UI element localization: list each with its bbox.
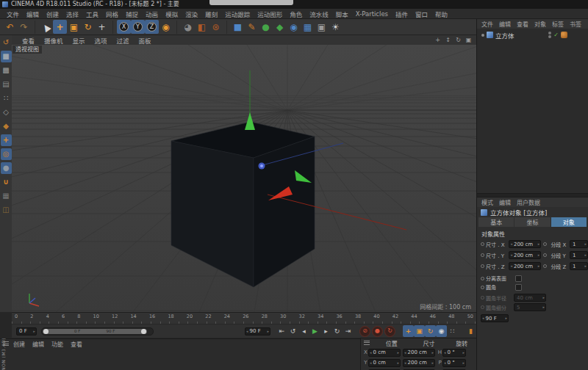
- menu-item[interactable]: 工具: [82, 10, 102, 18]
- rotation-p-field[interactable]: ◂0 °▸: [442, 359, 466, 367]
- viewport-menu-item[interactable]: 查看: [22, 36, 35, 45]
- autokey-button[interactable]: ●: [372, 326, 383, 337]
- segments-y-field[interactable]: 1▸: [570, 251, 588, 259]
- cube-left-face[interactable]: [171, 141, 254, 287]
- menu-item[interactable]: 帮助: [431, 10, 451, 18]
- tab-object[interactable]: 对象: [551, 217, 587, 227]
- keyframe-dot-icon[interactable]: [481, 253, 484, 257]
- cube-object-icon[interactable]: [487, 32, 493, 38]
- position-y-field[interactable]: ◂0 cm▸: [368, 359, 401, 367]
- camera-button[interactable]: ▣: [315, 20, 329, 34]
- menu-item[interactable]: 网格: [102, 10, 122, 18]
- preview-range-slider[interactable]: 0 F 90 F: [41, 327, 154, 335]
- points-mode-button[interactable]: ∷: [1, 92, 12, 104]
- visibility-dots-icon[interactable]: [548, 32, 551, 38]
- object-manager-menu-item[interactable]: 书签: [570, 20, 581, 28]
- tab-basic[interactable]: 基本: [478, 217, 514, 227]
- panel-menu-icon[interactable]: [364, 341, 370, 345]
- viewport-menu-item[interactable]: 面板: [139, 36, 151, 45]
- menu-item[interactable]: 模拟: [162, 10, 182, 18]
- next-frame-button[interactable]: ▸: [320, 325, 331, 337]
- key-rotation-button[interactable]: ↻: [425, 325, 436, 337]
- size-x-field[interactable]: ◂200 cm▸: [509, 240, 541, 248]
- menu-item[interactable]: 角色: [286, 10, 306, 18]
- object-manager-menu-item[interactable]: 对象: [534, 20, 546, 28]
- keyframe-dot-icon[interactable]: [481, 277, 484, 280]
- viewport-menu-item[interactable]: 过滤: [117, 36, 129, 45]
- end-frame-field[interactable]: ◂90 F▸: [245, 327, 270, 335]
- object-row[interactable]: 立方体 ✓: [477, 30, 588, 40]
- prev-frame-button[interactable]: ◂: [298, 325, 309, 337]
- lock-workplane-button[interactable]: ◫: [1, 204, 12, 216]
- object-manager-menu-item[interactable]: 标签: [552, 20, 564, 28]
- phong-tag-icon[interactable]: [561, 32, 567, 38]
- viewport-solo-button[interactable]: ◎: [1, 148, 12, 160]
- size-y-field[interactable]: ◂200 cm▸: [509, 251, 541, 259]
- menu-item[interactable]: X-Particles: [352, 10, 392, 18]
- menu-item[interactable]: 流水线: [306, 10, 332, 18]
- keyframe-dot-icon[interactable]: [481, 286, 484, 289]
- snap-button[interactable]: ●: [1, 162, 12, 174]
- dolly-view-button[interactable]: ↕: [444, 36, 452, 44]
- size-x-field[interactable]: ◂200 cm▸: [403, 349, 435, 357]
- workplane-button[interactable]: ▦: [1, 190, 12, 202]
- menu-item[interactable]: 选择: [62, 10, 82, 18]
- pen-spline-button[interactable]: ✎: [245, 20, 259, 34]
- menu-item[interactable]: 动画: [142, 10, 162, 18]
- polygons-mode-button[interactable]: ◆: [1, 120, 12, 132]
- render-settings-button[interactable]: ⊛: [209, 20, 223, 34]
- enabled-check-icon[interactable]: ✓: [553, 32, 559, 38]
- attribute-menu-item[interactable]: 编辑: [499, 198, 511, 206]
- attribute-menu-item[interactable]: 模式: [481, 198, 493, 206]
- menu-item[interactable]: 雕刻: [201, 10, 221, 18]
- size-y-field[interactable]: ◂200 cm▸: [403, 359, 435, 367]
- tab-coordinates[interactable]: 坐标: [514, 217, 550, 227]
- menu-item[interactable]: 运动跟踪: [221, 10, 254, 18]
- position-x-field[interactable]: ◂0 cm▸: [368, 349, 401, 357]
- magnet-snap-button[interactable]: ∪: [1, 176, 12, 188]
- keyframe-dot-icon[interactable]: [543, 253, 547, 257]
- material-menu-item[interactable]: 编辑: [32, 340, 44, 348]
- move-tool-button[interactable]: +: [53, 20, 67, 34]
- preview-range-bar[interactable]: 0 F 90 F: [43, 329, 147, 334]
- keyframe-dot-icon[interactable]: [481, 264, 484, 268]
- viewport-menu-item[interactable]: 显示: [73, 36, 85, 45]
- segments-z-field[interactable]: 1▸: [570, 262, 588, 270]
- segments-x-field[interactable]: 1▸: [570, 240, 588, 248]
- viewport-canvas[interactable]: 透视视图 网格间距 : 100 cm: [12, 45, 476, 312]
- next-key-button[interactable]: ↻: [331, 325, 343, 337]
- texture-mode-button[interactable]: ▩: [1, 65, 12, 76]
- range-end-handle[interactable]: [141, 329, 146, 334]
- key-pla-button[interactable]: ∷: [447, 325, 458, 337]
- workplane-mode-button[interactable]: ▤: [1, 79, 12, 90]
- attribute-menu-item[interactable]: 用户数据: [517, 198, 540, 206]
- menu-item[interactable]: 运动图形: [254, 10, 286, 18]
- make-editable-button[interactable]: ↺: [1, 37, 12, 48]
- light-button[interactable]: ☀: [329, 20, 343, 34]
- material-menu-item[interactable]: 查看: [71, 340, 82, 348]
- render-picture-viewer-button[interactable]: ◧: [195, 20, 209, 34]
- rotation-h-field[interactable]: ◂0 °▸: [442, 349, 466, 357]
- model-mode-button[interactable]: ■: [1, 51, 12, 62]
- material-menu-item[interactable]: 创建: [13, 340, 25, 348]
- current-frame-field[interactable]: 0 F▸: [16, 327, 37, 335]
- rotate-view-button[interactable]: ↻: [454, 36, 462, 44]
- key-parameter-button[interactable]: ◉: [436, 325, 447, 337]
- add-cube-button[interactable]: ■: [231, 20, 245, 34]
- object-manager-menu-item[interactable]: 编辑: [499, 20, 511, 28]
- menu-item[interactable]: 编辑: [23, 10, 43, 18]
- environment-button[interactable]: ▦: [301, 20, 315, 34]
- redo-button[interactable]: ↷: [17, 20, 31, 34]
- viewport-menu-item[interactable]: 选项: [95, 36, 107, 45]
- object-manager-menu-item[interactable]: 查看: [517, 20, 528, 28]
- menu-item[interactable]: 创建: [43, 10, 62, 18]
- lock-y-axis-button[interactable]: Y: [131, 20, 145, 34]
- subdivision-surface-button[interactable]: ●: [259, 20, 273, 34]
- keyframe-selection-button[interactable]: ↻: [384, 326, 395, 337]
- deformer-button[interactable]: ◆: [273, 20, 287, 34]
- object-manager-menu-item[interactable]: 文件: [481, 20, 493, 28]
- enable-axis-button[interactable]: +: [1, 134, 12, 146]
- render-view-button[interactable]: ◕: [181, 20, 195, 34]
- menu-item[interactable]: 插件: [392, 10, 412, 18]
- object-name[interactable]: 立方体: [495, 31, 514, 40]
